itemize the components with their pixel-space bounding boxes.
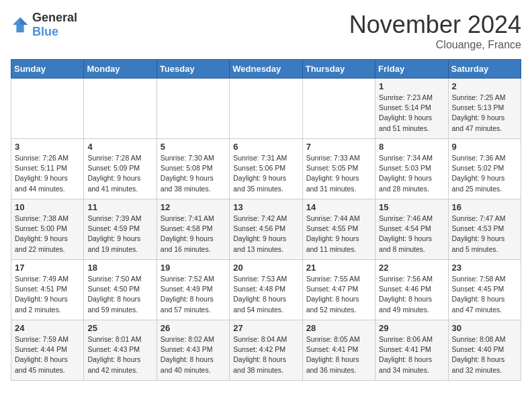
day-number: 5 [161,142,226,152]
day-cell: 19Sunrise: 7:52 AM Sunset: 4:49 PM Dayli… [157,260,229,320]
day-cell: 10Sunrise: 7:38 AM Sunset: 5:00 PM Dayli… [11,199,84,260]
day-number: 23 [452,263,517,273]
day-info: Sunrise: 7:50 AM Sunset: 4:50 PM Dayligh… [87,274,152,315]
day-number: 13 [233,202,298,212]
day-info: Sunrise: 7:58 AM Sunset: 4:45 PM Dayligh… [452,274,517,315]
day-number: 21 [306,263,371,273]
day-number: 19 [161,263,226,273]
day-info: Sunrise: 8:01 AM Sunset: 4:43 PM Dayligh… [87,334,152,375]
day-cell: 11Sunrise: 7:39 AM Sunset: 4:59 PM Dayli… [84,199,157,260]
day-number: 1 [379,81,444,91]
day-cell: 12Sunrise: 7:41 AM Sunset: 4:58 PM Dayli… [157,199,229,260]
day-info: Sunrise: 7:53 AM Sunset: 4:48 PM Dayligh… [233,274,298,315]
day-number: 20 [233,263,298,273]
day-info: Sunrise: 7:33 AM Sunset: 5:05 PM Dayligh… [306,153,371,194]
day-number: 17 [15,263,80,273]
day-number: 25 [87,323,152,333]
day-info: Sunrise: 8:06 AM Sunset: 4:41 PM Dayligh… [379,334,444,375]
day-info: Sunrise: 7:59 AM Sunset: 4:44 PM Dayligh… [15,334,80,375]
day-cell: 15Sunrise: 7:46 AM Sunset: 4:54 PM Dayli… [375,199,448,260]
day-cell: 14Sunrise: 7:44 AM Sunset: 4:55 PM Dayli… [302,199,375,260]
day-info: Sunrise: 7:25 AM Sunset: 5:13 PM Dayligh… [452,93,517,134]
day-cell: 17Sunrise: 7:49 AM Sunset: 4:51 PM Dayli… [11,260,84,320]
logo: General Blue [11,11,77,39]
day-cell: 28Sunrise: 8:05 AM Sunset: 4:41 PM Dayli… [302,320,375,381]
day-info: Sunrise: 7:38 AM Sunset: 5:00 PM Dayligh… [15,214,80,255]
day-number: 15 [379,202,444,212]
day-cell [302,79,375,139]
day-cell: 25Sunrise: 8:01 AM Sunset: 4:43 PM Dayli… [84,320,157,381]
day-info: Sunrise: 7:49 AM Sunset: 4:51 PM Dayligh… [15,274,80,315]
day-info: Sunrise: 7:28 AM Sunset: 5:09 PM Dayligh… [87,153,152,194]
weekday-header-friday: Friday [375,60,448,79]
day-number: 7 [306,142,371,152]
day-number: 24 [15,323,80,333]
day-info: Sunrise: 7:30 AM Sunset: 5:08 PM Dayligh… [161,153,226,194]
day-cell [11,79,84,139]
day-info: Sunrise: 8:05 AM Sunset: 4:41 PM Dayligh… [306,334,371,375]
day-number: 10 [15,202,80,212]
day-info: Sunrise: 8:02 AM Sunset: 4:43 PM Dayligh… [161,334,226,375]
day-number: 12 [161,202,226,212]
svg-marker-1 [20,17,28,25]
day-number: 8 [379,142,444,152]
week-row-1: 1Sunrise: 7:23 AM Sunset: 5:14 PM Daylig… [11,79,521,139]
day-info: Sunrise: 7:39 AM Sunset: 4:59 PM Dayligh… [87,214,152,255]
day-info: Sunrise: 7:44 AM Sunset: 4:55 PM Dayligh… [306,214,371,255]
day-cell: 9Sunrise: 7:36 AM Sunset: 5:02 PM Daylig… [448,139,521,199]
day-info: Sunrise: 7:41 AM Sunset: 4:58 PM Dayligh… [161,214,226,255]
day-cell: 24Sunrise: 7:59 AM Sunset: 4:44 PM Dayli… [11,320,84,381]
day-cell: 6Sunrise: 7:31 AM Sunset: 5:06 PM Daylig… [230,139,302,199]
day-number: 3 [15,142,80,152]
day-number: 6 [233,142,298,152]
day-number: 30 [452,323,517,333]
weekday-header-thursday: Thursday [302,60,375,79]
day-info: Sunrise: 7:26 AM Sunset: 5:11 PM Dayligh… [15,153,80,194]
day-cell: 29Sunrise: 8:06 AM Sunset: 4:41 PM Dayli… [375,320,448,381]
day-number: 14 [306,202,371,212]
day-number: 11 [87,202,152,212]
weekday-header-row: SundayMondayTuesdayWednesdayThursdayFrid… [11,60,521,79]
day-cell: 20Sunrise: 7:53 AM Sunset: 4:48 PM Dayli… [230,260,302,320]
day-number: 9 [452,142,517,152]
day-cell [230,79,302,139]
day-info: Sunrise: 7:42 AM Sunset: 4:56 PM Dayligh… [233,214,298,255]
day-cell [157,79,229,139]
day-cell: 26Sunrise: 8:02 AM Sunset: 4:43 PM Dayli… [157,320,229,381]
location: Clouange, France [349,39,521,51]
day-cell: 13Sunrise: 7:42 AM Sunset: 4:56 PM Dayli… [230,199,302,260]
day-cell: 5Sunrise: 7:30 AM Sunset: 5:08 PM Daylig… [157,139,229,199]
day-number: 29 [379,323,444,333]
week-row-4: 17Sunrise: 7:49 AM Sunset: 4:51 PM Dayli… [11,260,521,320]
day-info: Sunrise: 7:52 AM Sunset: 4:49 PM Dayligh… [161,274,226,315]
weekday-header-monday: Monday [84,60,157,79]
logo-text-general: General [32,11,77,24]
day-number: 2 [452,81,517,91]
day-number: 4 [87,142,152,152]
title-block: November 2024 Clouange, France [349,11,521,51]
day-cell: 18Sunrise: 7:50 AM Sunset: 4:50 PM Dayli… [84,260,157,320]
day-cell: 23Sunrise: 7:58 AM Sunset: 4:45 PM Dayli… [448,260,521,320]
day-cell: 21Sunrise: 7:55 AM Sunset: 4:47 PM Dayli… [302,260,375,320]
logo-wordmark: General Blue [32,11,77,39]
logo-icon [11,15,30,34]
month-title: November 2024 [349,11,521,39]
weekday-header-saturday: Saturday [448,60,521,79]
day-cell: 7Sunrise: 7:33 AM Sunset: 5:05 PM Daylig… [302,139,375,199]
day-cell: 16Sunrise: 7:47 AM Sunset: 4:53 PM Dayli… [448,199,521,260]
day-info: Sunrise: 7:47 AM Sunset: 4:53 PM Dayligh… [452,214,517,255]
day-number: 26 [161,323,226,333]
day-info: Sunrise: 7:36 AM Sunset: 5:02 PM Dayligh… [452,153,517,194]
weekday-header-tuesday: Tuesday [157,60,229,79]
weekday-header-sunday: Sunday [11,60,84,79]
day-cell: 27Sunrise: 8:04 AM Sunset: 4:42 PM Dayli… [230,320,302,381]
day-cell: 4Sunrise: 7:28 AM Sunset: 5:09 PM Daylig… [84,139,157,199]
day-number: 27 [233,323,298,333]
day-info: Sunrise: 7:46 AM Sunset: 4:54 PM Dayligh… [379,214,444,255]
day-cell: 8Sunrise: 7:34 AM Sunset: 5:03 PM Daylig… [375,139,448,199]
day-info: Sunrise: 8:08 AM Sunset: 4:40 PM Dayligh… [452,334,517,375]
day-info: Sunrise: 7:31 AM Sunset: 5:06 PM Dayligh… [233,153,298,194]
day-number: 18 [87,263,152,273]
logo-text-blue: Blue [32,25,58,38]
day-info: Sunrise: 8:04 AM Sunset: 4:42 PM Dayligh… [233,334,298,375]
